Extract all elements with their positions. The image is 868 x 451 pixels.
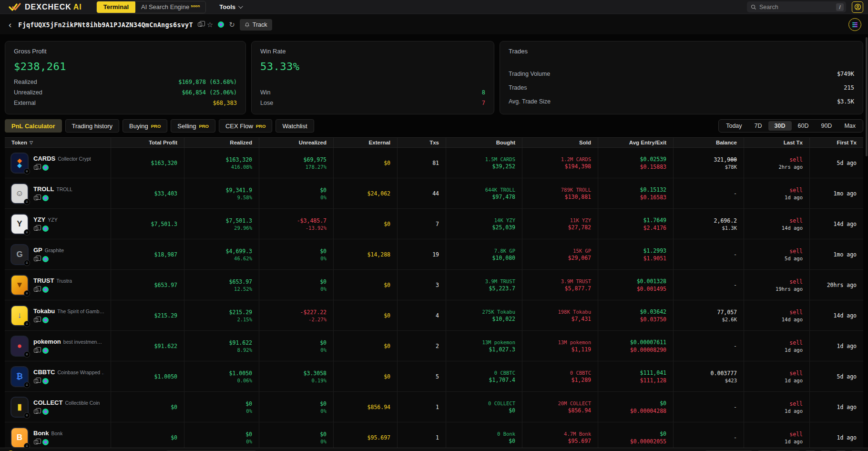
tab-pnl-calculator[interactable]: PnL Calculator <box>5 119 62 133</box>
table-row[interactable]: ↓≡TokabuThe Spirit of Gamb…$215.29$215.2… <box>5 300 863 331</box>
col-header-unrealized[interactable]: Unrealized <box>259 138 333 147</box>
col-header-label: Bought <box>496 140 515 145</box>
tab-buying[interactable]: BuyingPRO <box>123 119 167 133</box>
table-body: ◆◆≡CARDSCollector Crypt$163,320$163,3204… <box>5 148 863 451</box>
token-link-icon[interactable] <box>42 256 49 262</box>
table-row[interactable]: ₿≡CBBTCCoinbase Wrapped …$1.0050$1.00500… <box>5 361 863 392</box>
token-link-icon[interactable] <box>42 409 49 415</box>
unrealized-value: $0 <box>320 339 327 346</box>
copy-icon[interactable] <box>34 348 38 353</box>
col-header-token[interactable]: Token▽ <box>5 138 111 147</box>
realized-pct: 12.52% <box>234 286 252 292</box>
token-link-icon[interactable] <box>42 226 49 232</box>
chain-menu-button[interactable] <box>848 18 861 31</box>
first-tx-time: 1mo ago <box>834 251 857 258</box>
token-symbol[interactable]: Tokabu <box>33 308 55 315</box>
realized-pct: 416.08% <box>231 164 252 170</box>
token-link-icon[interactable] <box>42 439 49 445</box>
token-symbol[interactable]: TRUST <box>33 277 54 284</box>
tab-selling[interactable]: SellingPRO <box>171 119 215 133</box>
pump-link-icon[interactable] <box>218 21 224 28</box>
col-header-realized[interactable]: Realized <box>184 138 259 147</box>
avg-entry: $0.001328 <box>637 278 666 285</box>
token-symbol[interactable]: GP <box>33 246 42 254</box>
table-row[interactable]: ▮≡COLLECTCollectible Coin$0$00%$00%$856.… <box>5 392 863 422</box>
token-name: Bonk <box>51 430 63 436</box>
tab-terminal[interactable]: Terminal <box>97 1 135 13</box>
col-header-external[interactable]: External <box>333 138 397 147</box>
token-symbol[interactable]: COLLECT <box>33 399 62 406</box>
token-symbol[interactable]: YZY <box>33 216 45 223</box>
copy-icon[interactable] <box>34 165 38 170</box>
col-header-txs[interactable]: Txs <box>397 138 446 147</box>
track-button[interactable]: Track <box>240 19 272 31</box>
col-header-label: Total Profit <box>149 140 177 145</box>
col-header-avg-entry-exit[interactable]: Avg Entry/Exit <box>598 138 673 147</box>
tab-ai-search-engine[interactable]: AI Search Engine soon <box>135 3 205 10</box>
copy-icon[interactable] <box>34 379 38 383</box>
tab-trading-history[interactable]: Trading history <box>65 119 120 133</box>
copy-address-icon[interactable] <box>198 22 202 27</box>
total-profit-value: $215.29 <box>154 312 177 319</box>
filter-icon[interactable]: ▽ <box>30 140 33 145</box>
pnl-table: Token▽Total ProfitRealizedUnrealizedExte… <box>5 137 863 451</box>
copy-icon[interactable] <box>34 318 38 322</box>
tab-cex-flow[interactable]: CEX FlowPRO <box>219 119 272 133</box>
tools-menu[interactable]: Tools <box>219 3 242 10</box>
tab-watchlist[interactable]: Watchlist <box>276 119 314 133</box>
card-row-external: External$68,383 <box>14 98 237 108</box>
time-filter-today[interactable]: Today <box>720 121 748 131</box>
copy-icon[interactable] <box>34 196 38 200</box>
unrealized-pct: 0% <box>320 408 327 414</box>
token-symbol[interactable]: CARDS <box>33 155 55 162</box>
table-row[interactable]: ●≡pokemonbest investmen…$91.622$91.6228.… <box>5 331 863 361</box>
table-row[interactable]: ◆◆≡CARDSCollector Crypt$163,320$163,3204… <box>5 148 863 178</box>
col-header-total-profit[interactable]: Total Profit <box>111 138 184 147</box>
time-filter-30d[interactable]: 30D <box>768 121 792 131</box>
token-link-icon[interactable] <box>42 164 49 171</box>
brand-logo[interactable]: DEXCHECKAI <box>9 3 82 11</box>
token-symbol[interactable]: CBBTC <box>33 369 55 376</box>
table-row[interactable]: ▼≡TRUSTTrustra$653.97$653.9712.52%$00%$0… <box>5 270 863 300</box>
token-symbol[interactable]: TROLL <box>33 185 54 193</box>
col-header-last-tx[interactable]: Last Tx <box>744 138 809 147</box>
scrollbar[interactable] <box>866 37 868 156</box>
table-row[interactable]: ☺≡TROLLTROLL$33,403$9,341.99.58%$00%$24,… <box>5 178 863 209</box>
wallet-address[interactable]: FjqfUQX5jFn2ikPNt8ihb9A1PJAZN34QmCnAngs6… <box>18 21 193 29</box>
table-row[interactable]: B≡BonkBonk$0$00%$00%$95.69710 Bonk$04.7M… <box>5 422 863 451</box>
col-header-balance[interactable]: Balance <box>673 138 744 147</box>
col-header-bought[interactable]: Bought <box>446 138 522 147</box>
copy-icon[interactable] <box>34 257 38 261</box>
copy-icon[interactable] <box>34 226 38 231</box>
favorite-star-icon[interactable]: ☆ <box>207 20 213 29</box>
token-link-icon[interactable] <box>42 317 49 323</box>
card-title: Win Rate <box>260 48 485 55</box>
table-row[interactable]: G≡GPGraphite$18,987$4,699.346.62%$00%$14… <box>5 239 863 270</box>
time-filter-max[interactable]: Max <box>838 121 862 131</box>
token-link-icon[interactable] <box>42 287 49 293</box>
col-header-sold[interactable]: Sold <box>522 138 598 147</box>
time-filter-90d[interactable]: 90D <box>815 121 838 131</box>
search-box[interactable]: / <box>747 1 846 12</box>
token-link-icon[interactable] <box>42 378 49 384</box>
back-button[interactable]: ‹ <box>7 20 13 29</box>
token-symbol[interactable]: pokemon <box>33 338 61 345</box>
table-row[interactable]: Y≡YZYYZY$7,501.3$7,501.329.96%-$3,485.7-… <box>5 209 863 239</box>
copy-icon[interactable] <box>34 440 38 444</box>
token-symbol[interactable]: Bonk <box>33 430 49 437</box>
token-link-icon[interactable] <box>42 348 49 354</box>
profile-button[interactable] <box>852 1 863 13</box>
time-filter-7d[interactable]: 7D <box>748 121 768 131</box>
chain-badge-icon: ≡ <box>24 199 30 205</box>
col-header-first-tx[interactable]: First Tx <box>809 138 863 147</box>
refresh-icon[interactable]: ↻ <box>229 20 235 29</box>
time-filter-60d[interactable]: 60D <box>792 121 815 131</box>
token-avatar: ↓≡ <box>10 305 29 326</box>
search-input[interactable] <box>759 4 826 10</box>
copy-icon[interactable] <box>34 287 38 292</box>
card-row-value: $749K <box>837 71 854 77</box>
chain-badge-icon: ≡ <box>24 382 30 388</box>
token-link-icon[interactable] <box>42 195 49 201</box>
token-cell: ₿≡CBBTCCoinbase Wrapped … <box>5 361 111 391</box>
copy-icon[interactable] <box>34 410 38 414</box>
